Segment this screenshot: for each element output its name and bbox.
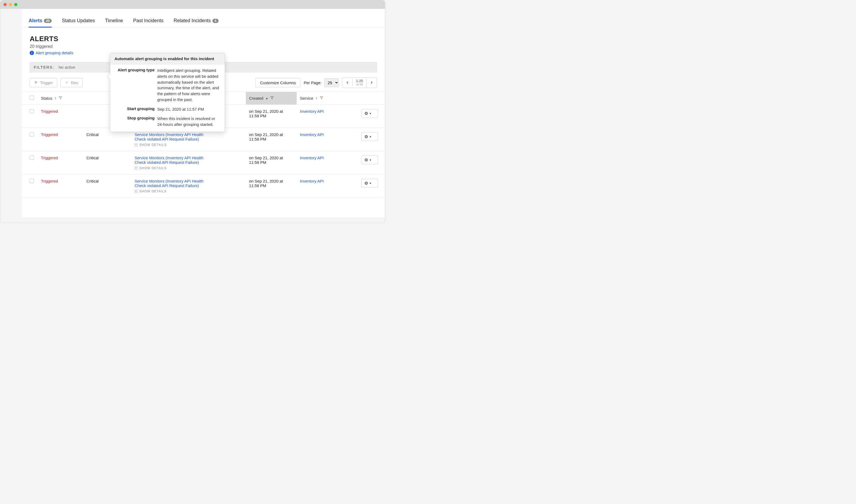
alert-summary-link[interactable]: Service Monitors (Inventory API HealthCh… xyxy=(135,132,243,141)
chevron-down-icon: ▾ xyxy=(370,135,371,138)
window-close-icon[interactable] xyxy=(3,3,7,6)
col-label: Service xyxy=(300,96,313,101)
row-checkbox[interactable] xyxy=(30,179,34,183)
pager-prev[interactable] xyxy=(342,79,353,86)
created-text: on Sep 21, 2020 at 11:58 PM xyxy=(249,179,283,188)
triggered-count: 20 triggered xyxy=(30,44,377,49)
filters-text: No active xyxy=(58,65,75,70)
svg-marker-3 xyxy=(320,97,323,99)
chevron-down-icon: ▾ xyxy=(370,159,371,161)
col-service[interactable]: Service ▲▼ xyxy=(297,92,358,105)
per-page-select[interactable]: 25 xyxy=(324,78,339,87)
titlebar xyxy=(0,0,385,9)
alert-summary-link[interactable]: Service Monitors (Inventory API HealthCh… xyxy=(135,156,243,165)
info-icon: i xyxy=(30,51,34,55)
svg-marker-1 xyxy=(59,97,62,99)
popover-title: Automatic alert grouping is enabled for … xyxy=(110,53,225,65)
table-row: Triggered Critical Service Monitors (Inv… xyxy=(22,151,385,175)
row-actions-menu[interactable]: ⚙ ▾ xyxy=(361,132,378,141)
page-title: ALERTS xyxy=(30,35,377,43)
per-page-label: Per Page: xyxy=(304,80,322,85)
col-actions xyxy=(358,92,385,105)
trigger-button[interactable]: Trigger xyxy=(30,78,57,87)
check-icon xyxy=(65,80,69,85)
col-created[interactable]: Created ▲ xyxy=(246,92,297,105)
pager-next[interactable] xyxy=(366,79,377,86)
per-page-control: Per Page: 25 xyxy=(304,78,339,87)
severity-text: Critical xyxy=(86,156,99,160)
created-text: on Sep 21, 2020 at 11:58 PM xyxy=(249,156,283,165)
expand-icon: + xyxy=(135,143,138,146)
tab-status-updates[interactable]: Status Updates xyxy=(62,18,95,28)
chevron-down-icon: ▾ xyxy=(370,182,371,185)
tab-badge: 20 xyxy=(44,19,52,23)
window-maximize-icon[interactable] xyxy=(14,3,17,6)
filter-icon xyxy=(58,96,62,101)
alert-summary-link[interactable]: Service Monitors (Inventory API HealthCh… xyxy=(135,179,243,188)
tab-label: Timeline xyxy=(105,18,123,23)
checkbox-icon xyxy=(30,96,34,100)
tab-timeline[interactable]: Timeline xyxy=(105,18,123,28)
gear-icon: ⚙ xyxy=(364,181,368,186)
service-link[interactable]: Inventory API xyxy=(300,179,324,183)
popover-start-label: Start grouping xyxy=(115,106,155,112)
col-status[interactable]: Status ▲▼ xyxy=(38,92,83,105)
filter-icon xyxy=(270,96,274,101)
tab-alerts[interactable]: Alerts 20 xyxy=(29,18,52,28)
tab-related-incidents[interactable]: Related Incidents 4 xyxy=(174,18,219,28)
col-select-all[interactable] xyxy=(22,92,38,105)
alert-grouping-popover: Automatic alert grouping is enabled for … xyxy=(110,53,225,132)
gear-icon: ⚙ xyxy=(364,134,368,139)
show-details-toggle[interactable]: + SHOW DETAILS xyxy=(135,166,243,170)
status-text: Triggered xyxy=(41,109,58,113)
show-details-label: SHOW DETAILS xyxy=(139,190,167,193)
resolve-button[interactable]: Res xyxy=(61,78,83,87)
sort-icon: ▲▼ xyxy=(55,97,57,100)
row-checkbox[interactable] xyxy=(30,156,34,160)
table-row: Triggered Critical Service Monitors (Inv… xyxy=(22,175,385,198)
tab-past-incidents[interactable]: Past Incidents xyxy=(133,18,164,28)
show-details-label: SHOW DETAILS xyxy=(139,143,167,147)
service-link[interactable]: Inventory API xyxy=(300,132,324,137)
popover-type-label: Alert grouping type xyxy=(115,68,155,103)
tab-label: Status Updates xyxy=(62,18,95,23)
svg-marker-2 xyxy=(271,97,274,99)
pager: 1-20 of 20 xyxy=(342,77,377,88)
filter-icon xyxy=(320,96,323,101)
created-text: on Sep 21, 2020 at 11:58 PM xyxy=(249,109,283,118)
gear-icon: ⚙ xyxy=(364,157,368,162)
tab-label: Alerts xyxy=(29,18,42,23)
row-actions-menu[interactable]: ⚙ ▾ xyxy=(361,109,378,118)
row-actions-menu[interactable]: ⚙ ▾ xyxy=(361,179,378,187)
severity-text: Critical xyxy=(86,132,99,137)
popover-type-value: Intelligent alert grouping. Related aler… xyxy=(157,68,220,103)
service-link[interactable]: Inventory API xyxy=(300,156,324,160)
severity-text: Critical xyxy=(86,179,99,183)
button-label: Customize Columns xyxy=(260,80,296,85)
main-panel: Alerts 20 Status Updates Timeline Past I… xyxy=(22,9,385,217)
service-link[interactable]: Inventory API xyxy=(300,109,324,113)
grouping-link-label: Alert grouping details xyxy=(36,51,73,55)
show-details-toggle[interactable]: + SHOW DETAILS xyxy=(135,190,243,193)
row-checkbox[interactable] xyxy=(30,132,34,137)
col-label: Status xyxy=(41,96,52,101)
popover-start-value: Sep 21, 2020 at 11:57 PM xyxy=(157,106,220,112)
created-text: on Sep 21, 2020 at 11:58 PM xyxy=(249,132,283,141)
row-checkbox[interactable] xyxy=(30,109,34,113)
show-details-toggle[interactable]: + SHOW DETAILS xyxy=(135,143,243,147)
pager-range-top: 1-20 xyxy=(356,79,363,83)
customize-columns-button[interactable]: Customize Columns xyxy=(255,78,301,87)
expand-icon: + xyxy=(135,190,138,193)
row-actions-menu[interactable]: ⚙ ▾ xyxy=(361,156,378,164)
filters-label: FILTERS: xyxy=(34,65,54,70)
button-label: Res xyxy=(71,80,78,85)
pager-range-bottom: of 20 xyxy=(356,83,363,86)
expand-icon: + xyxy=(135,166,138,170)
col-label: Created xyxy=(249,96,263,101)
gear-icon: ⚙ xyxy=(364,111,368,116)
chevron-down-icon: ▾ xyxy=(370,112,371,115)
tab-label: Related Incidents xyxy=(174,18,211,23)
popover-stop-value: When this incident is resolved or 24-hou… xyxy=(157,116,220,127)
tab-badge: 4 xyxy=(212,19,219,23)
window-minimize-icon[interactable] xyxy=(9,3,12,6)
